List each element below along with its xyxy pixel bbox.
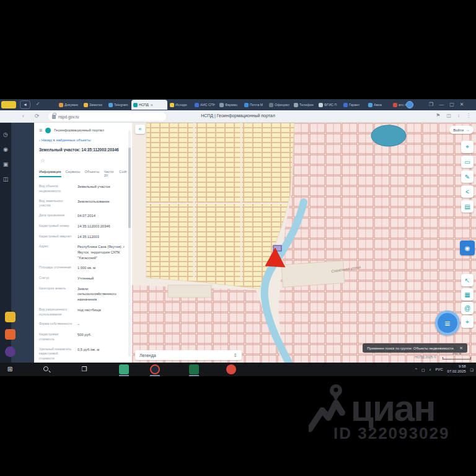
panel-tab[interactable]: Информация xyxy=(39,170,61,177)
browser-tab[interactable]: Телефон × xyxy=(292,100,316,110)
app-shortcut-yellow[interactable] xyxy=(5,312,15,322)
recorder-icon[interactable]: ◫ xyxy=(0,176,11,182)
zoom-in-tool[interactable]: + xyxy=(461,315,474,328)
login-icon: → xyxy=(465,128,470,132)
location-pin-tool[interactable]: ⌖ xyxy=(461,141,474,153)
browser-tab[interactable]: АИС СПН × xyxy=(193,100,217,110)
browser-tabstrip: ◂ ✓ Докумен × Заметки × Telegram xyxy=(0,99,476,110)
red-app-icon[interactable] xyxy=(226,364,236,374)
cian-watermark: циан ID 322093029 xyxy=(309,383,476,451)
task-view-icon[interactable]: ❐ xyxy=(79,364,89,374)
browser-tab[interactable]: Фармац × xyxy=(218,100,242,110)
browser-tab[interactable]: Официал × xyxy=(267,100,291,110)
legend-label: Легенда xyxy=(139,353,156,358)
tab-favicon xyxy=(343,103,348,107)
workspace: ◷◉▣◫ ≡ Геоинформационный портал ‹ Назад … xyxy=(0,123,476,363)
recorder-strip: ◷◉▣◫ xyxy=(0,123,11,363)
file-explorer-icon[interactable] xyxy=(119,364,129,374)
toolbar-icon[interactable]: ↓ xyxy=(457,113,460,118)
parcel-fields: Вид объекта недвижимости Земельный участ… xyxy=(39,182,127,363)
action-center-icon[interactable]: ❏ xyxy=(470,368,474,372)
info-panel: ≡ Геоинформационный портал ‹ Назад в най… xyxy=(34,123,132,363)
toolbar-right-icons: ⚑◫↓⋮ xyxy=(436,113,471,118)
recorder-icon[interactable]: ▣ xyxy=(0,161,11,167)
scalebar-line xyxy=(443,357,471,359)
tab-favicon xyxy=(133,103,138,107)
browser-tab[interactable]: Гарант × xyxy=(342,100,366,110)
edit-layers-tool[interactable]: ✎ xyxy=(461,170,474,183)
login-button[interactable]: Войти → xyxy=(449,126,474,134)
field-row: Кадастровый квартал 14:35:112003 xyxy=(39,232,127,242)
app-shortcut-purple[interactable] xyxy=(5,346,15,357)
browser-profile-avatar[interactable] xyxy=(406,101,413,108)
cian-id-text: ID 322093029 xyxy=(333,424,449,443)
yandex-browser-icon[interactable] xyxy=(150,364,160,374)
recorder-icon[interactable]: ◷ xyxy=(0,131,11,138)
tray-caret-icon[interactable]: ^ xyxy=(415,368,417,371)
panel-tab[interactable]: Части ЗУ xyxy=(104,170,115,177)
start-button[interactable]: ⊞ xyxy=(5,364,15,374)
map-copyright: НСПД 2025 © xyxy=(415,355,436,359)
browser-tab[interactable]: НСПД × xyxy=(131,100,167,110)
browser-toolbar: ‹ ⟳ nspd.gov.ru НСПД | Геоинформационный… xyxy=(0,110,476,123)
share-tool[interactable]: < xyxy=(461,185,474,198)
clock[interactable]: 9:58 07.02.2025 xyxy=(447,364,466,374)
large-parcel-block xyxy=(281,261,345,288)
map-area[interactable]: Совхозная улица « Войти → ⌖▭✎<▤ ◉↖▦@+ ≡ … xyxy=(132,123,476,363)
browser-tab[interactable]: Авиа × xyxy=(366,100,390,110)
window-control[interactable]: — xyxy=(439,100,444,109)
tab-favicon xyxy=(368,103,372,107)
legend-toggle-icon[interactable]: ⇕ xyxy=(233,353,237,358)
back-app-button[interactable]: ◂ xyxy=(20,100,30,109)
window-control[interactable]: ❐ xyxy=(429,100,433,109)
search-at-tool[interactable]: @ xyxy=(461,302,474,314)
field-row: Статус Учтенный xyxy=(39,273,127,284)
browser-tab[interactable]: Исходн × xyxy=(168,100,192,110)
tab-favicon xyxy=(393,103,397,107)
toolbar-icon[interactable]: ◫ xyxy=(446,113,451,118)
window-control[interactable]: ✕ xyxy=(460,100,464,109)
browser-tab[interactable]: Заметки × xyxy=(82,100,106,110)
back-to-results-link[interactable]: ‹ Назад в найденные объекты xyxy=(39,138,91,142)
browser-tab[interactable]: ФГИС П × xyxy=(317,100,341,110)
field-row: Адрес Республика Саха (Якутия), г Якутск… xyxy=(39,242,127,263)
panel-tab[interactable]: Объекты xyxy=(85,170,100,177)
language-indicator[interactable]: РУС xyxy=(436,368,443,371)
recorder-icon[interactable]: ◉ xyxy=(0,146,11,152)
tab-favicon xyxy=(294,103,298,107)
print-tool[interactable]: ▤ xyxy=(461,200,474,213)
tray-sound-icon[interactable]: ♪ xyxy=(430,368,431,371)
cian-brand-text: циан xyxy=(351,387,434,430)
browser-tab[interactable]: Telegram × xyxy=(107,100,131,110)
tab-favicon xyxy=(84,103,88,107)
panel-tab[interactable]: Сервисы xyxy=(66,170,81,177)
toolbar-icon[interactable]: ⋮ xyxy=(466,113,471,118)
tabs-more-icon[interactable]: › xyxy=(125,169,126,174)
favorite-star-icon[interactable]: ☆ xyxy=(40,157,45,164)
field-row: Дата присвоения 04.07.2014 xyxy=(39,211,127,221)
toast-text: Применен поиск по группе: Объекты недвиж… xyxy=(367,346,454,350)
legend-bar[interactable]: Легенда ⇕ xyxy=(135,350,242,360)
field-row: Кадастровая стоимость 500 руб. xyxy=(39,330,127,345)
browser-tab[interactable]: Докумен × xyxy=(57,100,81,110)
toolbar-icon[interactable]: ⚑ xyxy=(436,113,440,118)
card-tool[interactable]: ▦ xyxy=(461,288,474,301)
measure-tool[interactable]: ▭ xyxy=(461,156,474,168)
browser-tab[interactable]: Почта М × xyxy=(242,100,267,110)
chat-button[interactable]: ≡ xyxy=(435,311,460,335)
menu-icon[interactable]: ≡ xyxy=(39,127,42,133)
field-row: Вид земельного участка Землепользование xyxy=(39,196,127,211)
tab-favicon xyxy=(244,103,249,107)
panel-collapse-button[interactable]: « xyxy=(135,125,145,134)
tray-display-icon[interactable]: ▢ xyxy=(421,368,425,372)
taskbar-search-icon[interactable] xyxy=(43,366,48,371)
panel-scrollbar-thumb[interactable] xyxy=(128,148,131,228)
window-control[interactable]: ▢ xyxy=(449,100,454,109)
cursor-tool[interactable]: ↖ xyxy=(461,274,474,286)
identify-tool[interactable]: ◉ xyxy=(460,240,475,255)
app-shortcut-orange[interactable] xyxy=(5,329,15,340)
tab-check-icon: ✓ xyxy=(36,101,40,107)
excel-icon[interactable] xyxy=(189,364,199,374)
browser-tabs: Докумен × Заметки × Telegram × Н xyxy=(57,100,415,110)
tab-close-icon[interactable]: × xyxy=(151,103,153,107)
